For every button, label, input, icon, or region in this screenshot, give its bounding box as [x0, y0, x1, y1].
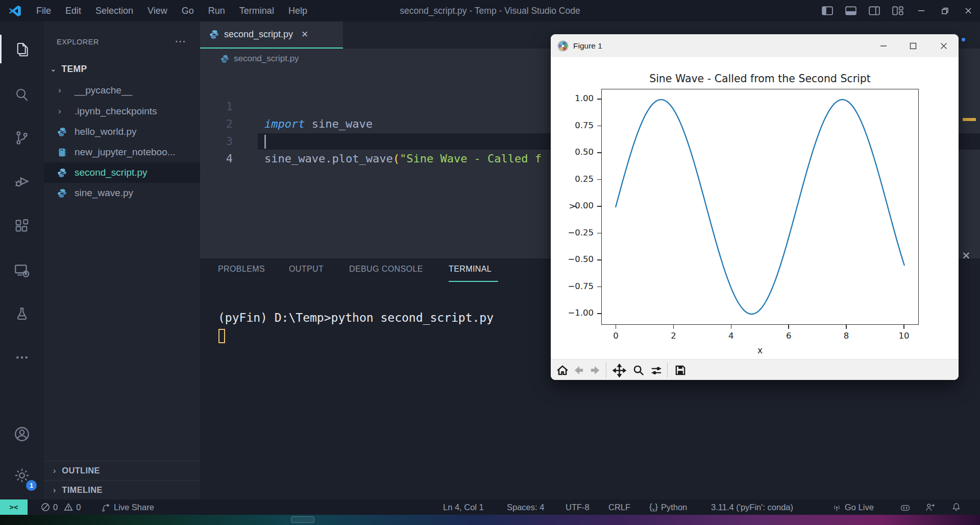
- live-share-icon: [101, 503, 111, 512]
- close-tab-icon[interactable]: ✕: [301, 29, 308, 40]
- outline-section[interactable]: › OUTLINE: [44, 461, 200, 480]
- back-icon[interactable]: [572, 363, 586, 377]
- tab-output[interactable]: OUTPUT: [289, 265, 324, 274]
- y-tick-label: 0.25: [560, 174, 594, 184]
- x-tick-label: 10: [893, 331, 915, 341]
- timeline-section[interactable]: › TIMELINE: [44, 480, 200, 499]
- copilot-status[interactable]: [900, 499, 911, 515]
- tree-item-hello-world[interactable]: hello_world.py: [44, 122, 200, 142]
- explorer-more-actions-icon[interactable]: ⋯: [175, 35, 186, 48]
- menu-file[interactable]: File: [29, 0, 58, 21]
- vscode-logo-icon: [8, 4, 22, 18]
- figure-window[interactable]: Figure 1 Sine Wave - Called from the Sec…: [551, 34, 959, 380]
- encoding-status[interactable]: UTF-8: [566, 499, 590, 515]
- y-tick: [597, 259, 601, 260]
- menu-help[interactable]: Help: [281, 0, 314, 21]
- y-tick: [597, 233, 601, 234]
- configure-subplots-icon[interactable]: [649, 363, 664, 377]
- source-control-icon[interactable]: [0, 122, 44, 154]
- figure-close-icon[interactable]: [930, 34, 957, 57]
- cursor-position-status[interactable]: Ln 4, Col 1: [443, 499, 484, 515]
- x-tick: [903, 325, 904, 329]
- close-window-icon[interactable]: [957, 0, 980, 21]
- pan-icon[interactable]: [612, 363, 626, 377]
- y-tick-label: −0.75: [560, 281, 594, 291]
- y-tick: [597, 206, 601, 207]
- menu-view[interactable]: View: [140, 0, 175, 21]
- tree-item-sine-wave[interactable]: sine_wave.py: [44, 183, 200, 203]
- notifications-status[interactable]: [951, 499, 962, 515]
- y-tick: [597, 179, 601, 180]
- sine-wave-plot: [601, 89, 919, 325]
- figure-maximize-icon[interactable]: [900, 34, 926, 57]
- copilot-icon: [900, 502, 911, 513]
- python-file-icon: [209, 30, 219, 39]
- plot-title: Sine Wave - Called from the Second Scrip…: [601, 73, 919, 85]
- menu-terminal[interactable]: Terminal: [232, 0, 281, 21]
- activity-bar: 1: [0, 21, 44, 499]
- warning-count: 0: [76, 503, 81, 512]
- figure-title-bar[interactable]: Figure 1: [551, 34, 959, 57]
- y-tick: [597, 152, 601, 153]
- eol-status[interactable]: CRLF: [608, 499, 630, 515]
- terminal-prompt-line[interactable]: (pyFin) D:\Temp>python second_script.py: [218, 311, 494, 324]
- remote-indicator[interactable]: ><: [0, 499, 28, 515]
- close-panel-icon[interactable]: ✕: [962, 250, 971, 262]
- folder-temp[interactable]: ⌄ TEMP: [44, 59, 200, 79]
- tab-second-script[interactable]: second_script.py ✕: [200, 21, 343, 49]
- extensions-icon[interactable]: [0, 210, 44, 243]
- menu-edit[interactable]: Edit: [58, 0, 88, 21]
- minimize-window-icon[interactable]: [910, 0, 933, 21]
- tree-item-new-jupyter-notebook[interactable]: new_jupyter_noteboo...: [44, 142, 200, 162]
- root-folder-label: TEMP: [62, 64, 87, 75]
- y-tick-label: −0.25: [560, 228, 594, 237]
- toggle-panel-icon[interactable]: [839, 0, 863, 21]
- tree-item-second-script[interactable]: second_script.py: [44, 162, 200, 183]
- menu-run[interactable]: Run: [201, 0, 232, 21]
- x-tick: [731, 325, 732, 329]
- toolbar-separator: [667, 363, 668, 378]
- figure-toolbar: [551, 359, 959, 380]
- search-icon[interactable]: [0, 78, 44, 111]
- tab-terminal[interactable]: TERMINAL: [449, 265, 492, 274]
- zoom-icon[interactable]: [631, 363, 646, 377]
- customize-layout-icon[interactable]: [886, 0, 910, 21]
- go-live-status[interactable]: Go Live: [832, 499, 874, 515]
- explorer-icon[interactable]: [0, 33, 44, 66]
- home-icon[interactable]: [555, 363, 570, 377]
- feedback-status[interactable]: [925, 499, 936, 515]
- notebook-file-icon: [57, 148, 67, 157]
- chevron-right-icon: ›: [53, 466, 56, 475]
- interpreter-status[interactable]: 3.11.4 ('pyFin': conda): [711, 499, 793, 515]
- menu-go[interactable]: Go: [175, 0, 201, 21]
- testing-icon[interactable]: [0, 298, 44, 330]
- remote-explorer-icon[interactable]: [0, 254, 44, 287]
- language-status[interactable]: {x} Python: [649, 499, 687, 515]
- eol: CRLF: [608, 503, 630, 512]
- more-views-icon[interactable]: [0, 341, 44, 374]
- explorer-sidebar: EXPLORER ⋯ ⌄ TEMP › __pycache__ › .ipynb…: [44, 21, 200, 499]
- tree-item-pycache[interactable]: › __pycache__: [44, 80, 200, 101]
- forward-icon[interactable]: [588, 363, 602, 377]
- toggle-primary-sidebar-icon[interactable]: [816, 0, 839, 21]
- tree-item-ipynb-checkpoints[interactable]: › .ipynb_checkpoints: [44, 101, 200, 122]
- figure-minimize-icon[interactable]: [870, 34, 897, 57]
- settings-gear-icon[interactable]: 1: [0, 459, 44, 492]
- tab-problems[interactable]: PROBLEMS: [218, 265, 265, 274]
- run-debug-icon[interactable]: [0, 165, 44, 198]
- python-file-icon: [220, 55, 229, 63]
- live-share-label: Live Share: [114, 503, 154, 512]
- tab-debug-console[interactable]: DEBUG CONSOLE: [349, 265, 423, 274]
- y-tick-label: −1.00: [560, 308, 594, 318]
- live-share-status[interactable]: Live Share: [101, 499, 154, 515]
- x-tick: [673, 325, 674, 329]
- restore-window-icon[interactable]: [933, 0, 957, 21]
- item-label: sine_wave.py: [75, 187, 133, 199]
- save-icon[interactable]: [673, 363, 688, 377]
- toggle-secondary-sidebar-icon[interactable]: [863, 0, 886, 21]
- section-label: OUTLINE: [62, 466, 100, 475]
- problems-status[interactable]: 0 0: [41, 499, 81, 515]
- indentation-status[interactable]: Spaces: 4: [507, 499, 544, 515]
- menu-selection[interactable]: Selection: [88, 0, 140, 21]
- accounts-icon[interactable]: [0, 418, 44, 450]
